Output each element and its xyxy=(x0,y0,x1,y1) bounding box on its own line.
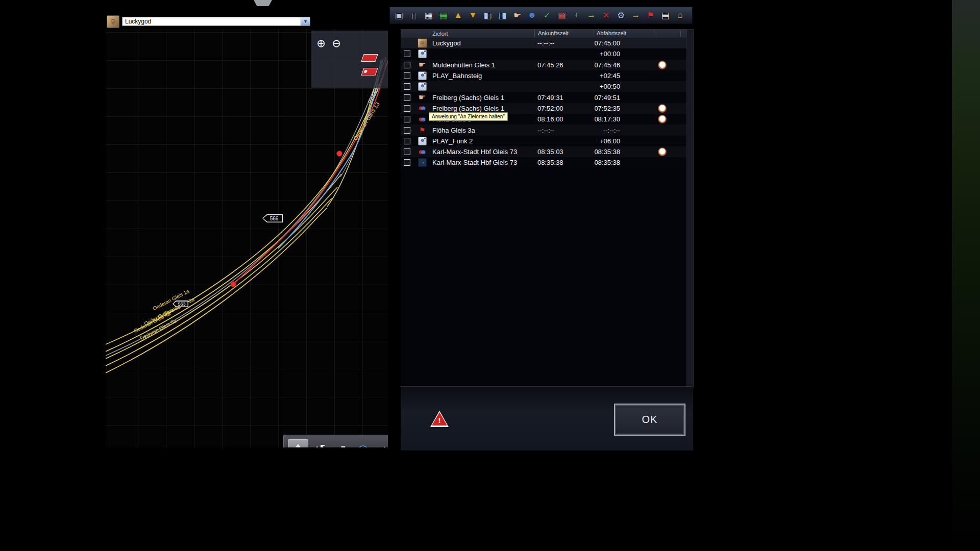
row-checkbox[interactable] xyxy=(404,159,410,166)
gradient-marker-tool2-icon[interactable] xyxy=(361,68,378,76)
remove-destination-icon[interactable]: ✕ xyxy=(600,9,612,22)
checkbox-cell xyxy=(401,148,413,155)
link-service-icon[interactable]: → xyxy=(585,9,598,22)
pickup-icon[interactable]: ☛ xyxy=(511,9,524,22)
display-icon[interactable]: ▤ xyxy=(659,9,672,22)
row-checkbox[interactable] xyxy=(404,105,410,112)
row-checkbox[interactable] xyxy=(404,72,410,79)
zoom-in-icon[interactable]: ⊕ xyxy=(315,37,327,49)
timetable-row[interactable]: Flöha Gleis 3a--:--:----:--:-- xyxy=(401,124,693,135)
row-checkbox[interactable] xyxy=(404,94,410,101)
destination-label: PLAY_Funk 2 xyxy=(431,137,534,145)
add-destination-icon[interactable]: + xyxy=(570,9,583,22)
destination-label: Freiberg (Sachs) Gleis 1 xyxy=(431,94,534,102)
row-checkbox[interactable] xyxy=(404,138,410,144)
departure-time: --:--:-- xyxy=(594,127,620,134)
row-checkbox[interactable] xyxy=(404,116,410,122)
timetable-row[interactable]: +00:00 xyxy=(401,48,693,59)
delete-icon[interactable]: ▯ xyxy=(407,9,420,22)
header-departure: Abfahrtszeit xyxy=(594,30,654,37)
icon-cell xyxy=(413,104,431,113)
destination-label: PLAY_Bahnsteig xyxy=(431,72,534,80)
consist-icon[interactable]: ▩ xyxy=(555,9,568,22)
flag-icon[interactable]: ⚑ xyxy=(644,9,657,22)
timetable-row[interactable]: Karl-Marx-Stadt Hbf Gleis 7308:35:3808:3… xyxy=(401,157,693,168)
marker-label: 563 xyxy=(178,302,185,307)
grid-small-icon[interactable]: ▦ xyxy=(422,9,435,22)
destination-label: Freiberg (Sachs) Gleis 1 xyxy=(431,105,534,112)
ok-button[interactable]: OK xyxy=(614,404,685,436)
timer-icon xyxy=(658,115,667,123)
instructions-icon[interactable]: ✓ xyxy=(541,9,553,22)
arrival-time: 07:45:26 xyxy=(534,61,594,69)
timetable-row[interactable]: PLAY_Funk 2+06:00 xyxy=(401,136,693,146)
world-view-strip xyxy=(952,0,980,551)
departure-time: +02:45 xyxy=(594,72,620,80)
icon-cell xyxy=(413,82,431,91)
note-icon xyxy=(418,82,427,91)
timetable-toolbar: ▣▯▦▦▲▼◧◨☛☻✓▩+→✕⚙→⚑▤⌂ xyxy=(389,7,693,24)
departure-time: 07:45:46 xyxy=(594,61,620,69)
departure-cell: +06:00 xyxy=(594,137,654,145)
gradient-marker-tool-icon[interactable] xyxy=(361,54,378,62)
icon-cell xyxy=(413,93,431,102)
icon-cell xyxy=(413,71,431,80)
rotate-tool[interactable]: ↺ xyxy=(310,440,330,447)
pan-tool[interactable]: ✥ xyxy=(288,439,308,447)
departure-time: +00:00 xyxy=(594,50,620,58)
move-down-icon[interactable]: ▼ xyxy=(467,9,479,22)
checkbox-cell xyxy=(401,105,413,112)
marker-jump-tool[interactable]: ↗ xyxy=(332,440,351,447)
map-toolbar-buttons: ✥↺↗◉⌂ xyxy=(288,439,388,447)
home-tool[interactable]: ⌂ xyxy=(375,440,388,447)
arrival-time: 08:35:03 xyxy=(534,148,594,156)
world-view-tool[interactable]: ◉ xyxy=(353,440,373,447)
driver-select[interactable]: Luckygod ▼ xyxy=(122,17,310,26)
arrival-time: 07:49:31 xyxy=(534,94,594,102)
timetable-row[interactable]: Luckygod--:--:--07:45:00 xyxy=(401,38,693,48)
row-checkbox[interactable] xyxy=(404,51,410,57)
departure-cell: +00:50 xyxy=(594,83,654,90)
timetable-row[interactable]: Freiberg (Sachs) Gleis 107:49:3107:49:51 xyxy=(401,92,693,103)
panel-left-icon[interactable]: ◧ xyxy=(481,9,494,22)
timetable-scrollbar[interactable] xyxy=(687,29,694,387)
save-icon[interactable]: ▣ xyxy=(393,9,405,22)
panel-right-icon[interactable]: ◨ xyxy=(496,9,509,22)
grid-large-icon[interactable]: ▦ xyxy=(437,9,450,22)
timer-icon xyxy=(658,104,667,113)
checkbox-cell xyxy=(401,116,413,122)
exit-door-icon[interactable]: → xyxy=(629,9,642,22)
departure-time: +00:50 xyxy=(594,83,620,90)
move-up-icon[interactable]: ▲ xyxy=(452,9,464,22)
depot-icon[interactable]: ⌂ xyxy=(674,9,687,22)
note-icon xyxy=(418,137,427,145)
warning-glyph: ! xyxy=(438,415,441,425)
world-peek xyxy=(254,0,272,6)
dropdown-arrow-icon[interactable]: ▼ xyxy=(301,17,310,26)
timetable-row[interactable]: PLAY_Bahnsteig+02:45 xyxy=(401,70,693,81)
exit-icon xyxy=(418,158,427,167)
timer-cell xyxy=(654,104,680,113)
row-checkbox[interactable] xyxy=(404,127,410,134)
checkbox-cell xyxy=(401,62,413,68)
timetable-row[interactable]: Karl-Marx-Stadt Hbf Gleis 7308:35:0308:3… xyxy=(401,146,693,157)
row-checkbox[interactable] xyxy=(404,62,410,68)
timer-cell xyxy=(654,147,680,156)
row-checkbox[interactable] xyxy=(404,83,410,90)
map-panel[interactable]: Oederan Gleis 13 (S) Flöha Oederan Gleis… xyxy=(106,29,388,447)
row-checkbox[interactable] xyxy=(404,148,410,155)
passengers-icon[interactable]: ☻ xyxy=(526,9,538,22)
note-icon xyxy=(418,71,427,80)
icon-cell xyxy=(413,38,431,48)
arrival-time: --:--:-- xyxy=(534,39,594,47)
destination-label: Flöha Gleis 3a xyxy=(431,127,534,134)
zoom-out-icon[interactable]: ⊖ xyxy=(330,37,342,49)
departure-cell: 07:52:35 xyxy=(594,105,654,112)
service-settings-icon[interactable]: ⚙ xyxy=(615,9,627,22)
timetable-row[interactable]: Muldenhütten Gleis 107:45:2607:45:46 xyxy=(401,60,693,70)
timetable-row[interactable]: +00:50 xyxy=(401,81,693,92)
departure-cell: +00:00 xyxy=(594,50,654,58)
arrival-time: 07:52:00 xyxy=(534,105,594,112)
people-icon xyxy=(416,147,428,157)
icon-cell xyxy=(413,60,431,69)
